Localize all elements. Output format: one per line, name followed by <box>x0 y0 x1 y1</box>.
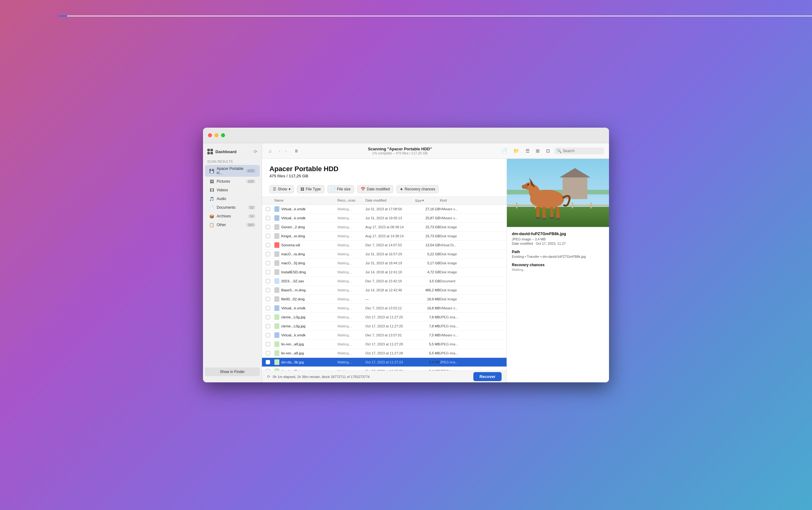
sidebar-item-apacer[interactable]: 💾 Apacer Portable H... 475 <box>205 165 260 177</box>
search-input[interactable] <box>563 149 600 153</box>
table-row[interactable]: macO...S].dmgWaiting...Jul 31, 2023 at 1… <box>262 259 507 268</box>
table-row[interactable]: file00...02.dmgWaiting...—18,9 MBDisk Im… <box>262 295 507 304</box>
table-body: Virtual...k.vmdkWaiting...Jul 31, 2023 a… <box>262 205 507 371</box>
recovery-chances-filter-button[interactable]: ★ Recovery chances <box>396 185 439 193</box>
table-row[interactable]: Generi...2.dmgWaiting...Aug 17, 2023 at … <box>262 223 507 232</box>
dashboard-label[interactable]: Dashboard <box>215 149 237 154</box>
sidebar-item-documents[interactable]: 📄 Documents 52 <box>205 203 260 211</box>
row-checkbox[interactable] <box>266 342 270 346</box>
sidebar-toggle-button[interactable]: ⊡ <box>544 147 552 155</box>
table-row[interactable]: Virtual...k.vmdkWaiting...Jul 31, 2023 a… <box>262 214 507 223</box>
maximize-button[interactable] <box>221 133 225 137</box>
grid-view-button[interactable]: ⊞ <box>534 147 542 155</box>
file-kind: VMware v... <box>440 306 503 310</box>
table-row[interactable]: 2023-...0Z.savWaiting...Dec 7, 2023 at 1… <box>262 277 507 286</box>
row-checkbox[interactable] <box>266 207 270 211</box>
table-row[interactable]: lin-ren...a8.jpgWaiting...Oct 17, 2023 a… <box>262 349 507 358</box>
header-size[interactable]: Size ▾ <box>415 198 440 202</box>
file-size: 5,5 MB <box>415 351 440 355</box>
list-view-button[interactable]: ☰ <box>524 147 532 155</box>
file-recs: Waiting... <box>337 306 365 310</box>
file-name-cell: Generi...2.dmg <box>274 224 337 230</box>
file-size: 13,54 GB <box>415 243 440 247</box>
table-row[interactable]: cleme...L0g.jpgWaiting...Oct 17, 2023 at… <box>262 322 507 331</box>
row-checkbox[interactable] <box>266 333 270 337</box>
filter-bar: ☰ Show ▾ 🖼 File Type 📄 File size <box>262 182 507 197</box>
pause-button[interactable]: ⏸ <box>292 147 300 155</box>
row-checkbox[interactable] <box>266 243 270 247</box>
date-modified-label: Date modified <box>512 242 533 245</box>
file-type-icon <box>274 224 279 230</box>
show-in-finder-button[interactable]: Show in Finder <box>205 367 260 376</box>
file-name-cell: Virtual...k.vmdk <box>274 215 337 221</box>
sidebar-item-audio[interactable]: 🎵 Audio <box>205 195 260 203</box>
row-checkbox[interactable] <box>266 252 270 256</box>
table-row[interactable]: dm-da...8k.jpgWaiting...Oct 17, 2023 at … <box>262 358 507 367</box>
row-checkbox[interactable] <box>266 279 270 283</box>
table-row[interactable]: Virtual...k.vmdkWaiting...Dec 7, 2023 at… <box>262 304 507 313</box>
table-row[interactable]: lin-ren...a8.jpgWaiting...Oct 17, 2023 a… <box>262 340 507 349</box>
table-row[interactable]: Virtual...k.vmdkWaiting...Jul 31, 2023 a… <box>262 205 507 214</box>
drive-title: Apacer Portable HDD <box>269 165 499 173</box>
row-checkbox[interactable] <box>266 225 270 229</box>
date-modified-filter-button[interactable]: 📅 Date modified <box>357 185 393 193</box>
row-checkbox[interactable] <box>266 234 270 238</box>
row-checkbox[interactable] <box>266 351 270 355</box>
row-checkbox[interactable] <box>266 297 270 301</box>
header-name: Name <box>274 198 337 202</box>
file-name-text: Virtual...k.vmdk <box>281 306 305 310</box>
file-type-filter-button[interactable]: 🖼 File Type <box>297 185 324 193</box>
file-size-filter-button[interactable]: 📄 File size <box>328 185 354 193</box>
table-row[interactable]: BaseS...m.dmgWaiting...Jul 14, 2018 at 1… <box>262 286 507 295</box>
row-checkbox[interactable] <box>266 270 270 274</box>
table-row[interactable]: InstallESD.dmgWaiting...Jul 14, 2018 at … <box>262 268 507 277</box>
table-row[interactable]: dm-da...8k.jpgWaiting...Oct 17, 2023 at … <box>262 367 507 371</box>
file-size: 7,8 MB <box>415 315 440 319</box>
show-filter-button[interactable]: ☰ Show ▾ <box>269 185 294 193</box>
svg-rect-19 <box>550 207 553 218</box>
close-button[interactable] <box>208 133 212 137</box>
sidebar-item-archives[interactable]: 📦 Archives 14 <box>205 212 260 220</box>
row-checkbox[interactable] <box>266 261 270 265</box>
table-row[interactable]: cleme...L0g.jpgWaiting...Oct 17, 2023 at… <box>262 313 507 322</box>
table-row[interactable]: Virtual...k.vmdkWaiting...Dec 7, 2023 at… <box>262 331 507 340</box>
main-layout: Dashboard ⟳ Scan results 💾 Apacer Portab… <box>203 143 609 382</box>
sidebar-item-archives-count: 14 <box>248 214 255 218</box>
sidebar-item-other[interactable]: 📋 Other 300 <box>205 221 260 229</box>
recover-button[interactable]: Recover <box>473 372 502 381</box>
file-view-button[interactable]: 📄 <box>500 147 509 155</box>
file-size: 486,2 MB <box>415 288 440 292</box>
file-kind: JPEG ima... <box>440 342 503 346</box>
back-button[interactable]: ‹ <box>277 147 282 155</box>
table-row[interactable]: Kingst...er.dmgWaiting...Aug 17, 2023 at… <box>262 232 507 241</box>
minimize-button[interactable] <box>214 133 218 137</box>
file-recs: Waiting... <box>337 315 365 319</box>
file-kind: VMware v... <box>440 216 503 220</box>
file-name-cell: macO...ra.dmg <box>274 251 337 257</box>
file-name-cell: lin-ren...a8.jpg <box>274 350 337 356</box>
file-recs: Waiting... <box>337 234 365 238</box>
row-checkbox[interactable] <box>266 288 270 292</box>
file-type-icon <box>274 368 279 371</box>
table-row[interactable]: Sonoma.vdiWaiting...Dec 7, 2023 at 14:07… <box>262 241 507 250</box>
file-name-cell: cleme...L0g.jpg <box>274 323 337 329</box>
date-modified-label: Date modified <box>367 187 390 191</box>
header-kind: Kind <box>440 198 503 202</box>
row-checkbox[interactable] <box>266 306 270 310</box>
home-button[interactable]: ⌂ <box>267 147 273 155</box>
svg-rect-23 <box>550 217 554 219</box>
table-row[interactable]: macO...ra.dmgWaiting...Jul 31, 2023 at 1… <box>262 250 507 259</box>
top-toolbar: ⌂ ‹ › ⏸ Scanning "Apacer Portable HDD" 1… <box>262 143 609 159</box>
folder-view-button[interactable]: 📁 <box>512 147 521 155</box>
forward-button[interactable]: › <box>283 147 289 155</box>
file-date: Dec 7, 2023 at 13:57:01 <box>365 333 415 337</box>
file-size: 16,8 MB <box>415 306 440 310</box>
sidebar-item-videos[interactable]: 🎞 Videos <box>205 186 260 194</box>
row-checkbox[interactable] <box>266 315 270 319</box>
row-checkbox[interactable] <box>266 360 270 364</box>
sidebar-item-pictures[interactable]: 🖼 Pictures 109 <box>205 177 260 186</box>
row-checkbox[interactable] <box>266 216 270 220</box>
row-checkbox[interactable] <box>266 324 270 328</box>
file-name-text: Kingst...er.dmg <box>281 234 305 238</box>
sidebar-item-documents-label: Documents <box>217 205 245 210</box>
